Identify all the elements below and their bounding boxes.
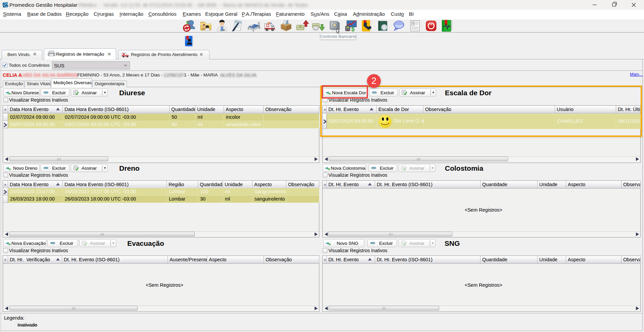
svg-text:$: $ — [351, 26, 355, 33]
